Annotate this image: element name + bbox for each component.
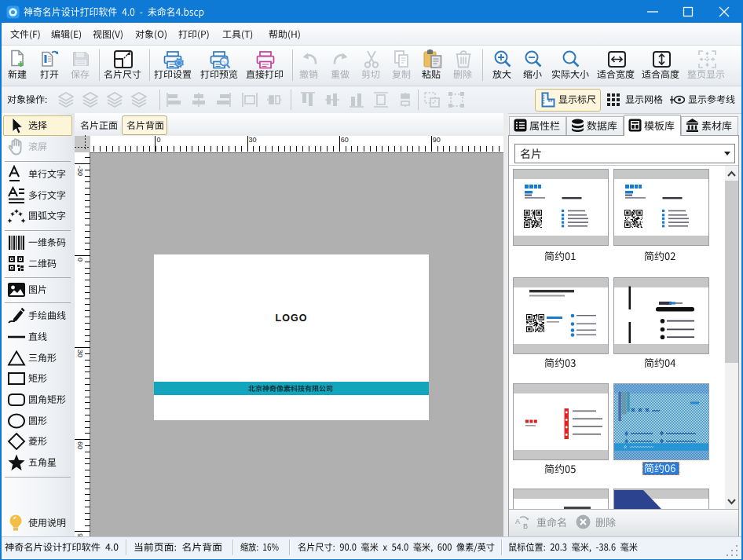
svg-text:B: B <box>523 522 528 529</box>
svg-text:A: A <box>515 518 520 525</box>
